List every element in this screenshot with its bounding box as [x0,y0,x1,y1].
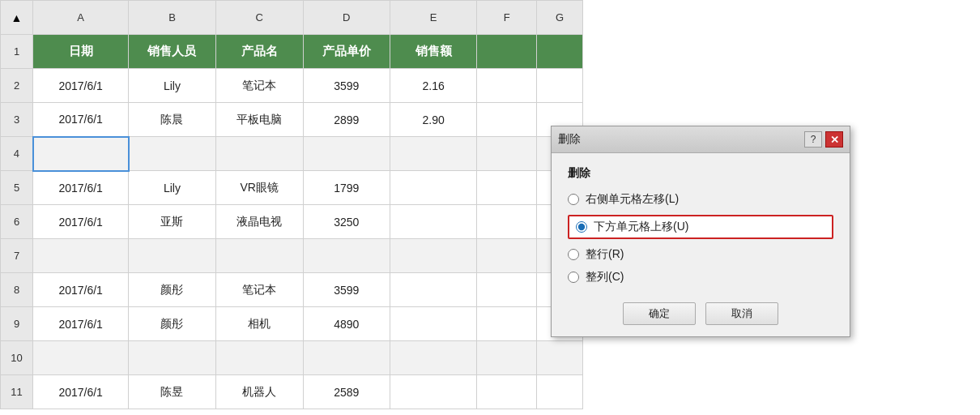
cancel-button[interactable]: 取消 [705,302,778,325]
cell-10-1[interactable] [129,341,215,375]
cell-8-2[interactable]: 笔记本 [215,273,303,307]
cell-1-5[interactable] [477,35,537,69]
radio-item-3[interactable]: 整列(C) [568,270,833,285]
cell-5-4[interactable] [390,171,476,205]
cell-7-4[interactable] [390,239,476,273]
cell-4-2[interactable] [215,137,303,171]
radio-item-0[interactable]: 右侧单元格左移(L) [568,192,833,207]
cell-2-2[interactable]: 笔记本 [215,69,303,103]
cell-6-5[interactable] [477,205,537,239]
cell-11-0[interactable]: 2017/6/1 [33,375,129,409]
cell-6-0[interactable]: 2017/6/1 [33,205,129,239]
cell-4-4[interactable] [390,137,476,171]
cell-7-0[interactable] [33,239,129,273]
cell-1-1[interactable]: 销售人员 [129,35,215,69]
cell-9-4[interactable] [390,307,476,341]
cell-1-3[interactable]: 产品单价 [303,35,390,69]
cell-2-3[interactable]: 3599 [303,69,390,103]
cell-2-6[interactable] [537,69,583,103]
cell-8-1[interactable]: 颜彤 [129,273,215,307]
cell-6-1[interactable]: 亚斯 [129,205,215,239]
cell-11-3[interactable]: 2589 [303,375,390,409]
cell-3-2[interactable]: 平板电脑 [215,103,303,137]
cell-9-2[interactable]: 相机 [215,307,303,341]
cell-6-2[interactable]: 液晶电视 [215,205,303,239]
cell-10-0[interactable] [33,341,129,375]
cell-4-0[interactable] [33,137,129,171]
cell-4-3[interactable] [303,137,390,171]
cell-5-5[interactable] [477,171,537,205]
cell-2-1[interactable]: Lily [129,69,215,103]
cell-8-0[interactable]: 2017/6/1 [33,273,129,307]
confirm-button[interactable]: 确定 [623,302,696,325]
row-header-9[interactable]: 9 [1,307,33,341]
row-header-3[interactable]: 3 [1,103,33,137]
row-header-1[interactable]: 1 [1,35,33,69]
cell-8-5[interactable] [477,273,537,307]
radio-item-2[interactable]: 整行(R) [568,247,833,262]
radio-opt1[interactable] [568,194,579,205]
row-header-4[interactable]: 4 [1,137,33,171]
cell-2-5[interactable] [477,69,537,103]
radio-opt4[interactable] [568,272,579,283]
cell-6-4[interactable] [390,205,476,239]
cell-8-3[interactable]: 3599 [303,273,390,307]
radio-label-opt3[interactable]: 整行(R) [586,247,624,262]
help-button[interactable]: ? [804,131,822,148]
cell-10-5[interactable] [477,341,537,375]
cell-11-6[interactable] [537,375,583,409]
cell-3-3[interactable]: 2899 [303,103,390,137]
close-button[interactable]: ✕ [825,131,843,148]
col-header-d[interactable]: D [303,1,390,35]
cell-9-3[interactable]: 4890 [303,307,390,341]
row-header-2[interactable]: 2 [1,69,33,103]
cell-7-1[interactable] [129,239,215,273]
cell-3-0[interactable]: 2017/6/1 [33,103,129,137]
col-header-f[interactable]: F [477,1,537,35]
col-header-b[interactable]: B [129,1,215,35]
cell-2-4[interactable]: 2.16 [390,69,476,103]
radio-label-opt2[interactable]: 下方单元格上移(U) [594,220,688,234]
cell-11-1[interactable]: 陈昱 [129,375,215,409]
col-header-e[interactable]: E [390,1,476,35]
cell-8-4[interactable] [390,273,476,307]
row-header-5[interactable]: 5 [1,171,33,205]
radio-item-1[interactable]: 下方单元格上移(U) [568,215,833,239]
cell-10-2[interactable] [215,341,303,375]
radio-opt3[interactable] [568,249,579,260]
cell-9-0[interactable]: 2017/6/1 [33,307,129,341]
col-header-c[interactable]: C [215,1,303,35]
row-header-6[interactable]: 6 [1,205,33,239]
cell-1-6[interactable] [537,35,583,69]
cell-9-1[interactable]: 颜彤 [129,307,215,341]
col-header-g[interactable]: G [537,1,583,35]
row-header-11[interactable]: 11 [1,375,33,409]
cell-5-1[interactable]: Lily [129,171,215,205]
cell-2-0[interactable]: 2017/6/1 [33,69,129,103]
cell-7-2[interactable] [215,239,303,273]
cell-7-3[interactable] [303,239,390,273]
cell-1-2[interactable]: 产品名 [215,35,303,69]
row-header-10[interactable]: 10 [1,341,33,375]
cell-5-2[interactable]: VR眼镜 [215,171,303,205]
cell-4-1[interactable] [129,137,215,171]
cell-5-0[interactable]: 2017/6/1 [33,171,129,205]
cell-1-4[interactable]: 销售额 [390,35,476,69]
cell-6-3[interactable]: 3250 [303,205,390,239]
cell-11-2[interactable]: 机器人 [215,375,303,409]
cell-7-5[interactable] [477,239,537,273]
cell-1-0[interactable]: 日期 [33,35,129,69]
cell-3-1[interactable]: 陈晨 [129,103,215,137]
cell-4-5[interactable] [477,137,537,171]
cell-11-5[interactable] [477,375,537,409]
radio-label-opt4[interactable]: 整列(C) [586,270,624,285]
cell-10-3[interactable] [303,341,390,375]
cell-9-5[interactable] [477,307,537,341]
cell-10-6[interactable] [537,341,583,375]
col-header-a[interactable]: A [33,1,129,35]
cell-3-5[interactable] [477,103,537,137]
row-header-7[interactable]: 7 [1,239,33,273]
radio-opt2[interactable] [576,221,587,233]
row-header-8[interactable]: 8 [1,273,33,307]
cell-5-3[interactable]: 1799 [303,171,390,205]
